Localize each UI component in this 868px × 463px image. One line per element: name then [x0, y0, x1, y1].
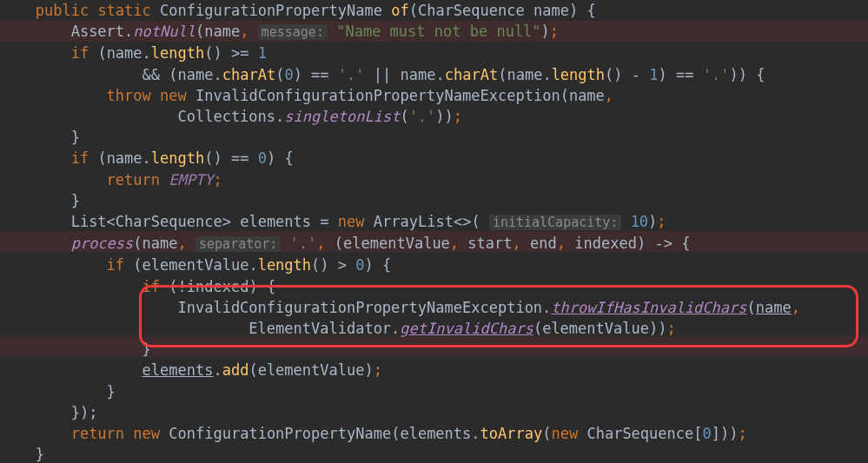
op-not: ! — [178, 278, 187, 295]
type: CharSequence — [586, 425, 693, 442]
var: name — [107, 149, 142, 167]
arg: elementValue — [258, 361, 365, 379]
var: indexed — [187, 278, 249, 295]
inlay-hint: initialCapacity: — [489, 215, 622, 230]
method-call: length — [151, 44, 204, 62]
method-call: length — [258, 256, 311, 274]
code-line[interactable]: public static ConfigurationPropertyName … — [9, 2, 596, 19]
var: elementValue — [142, 256, 249, 274]
inlay-hint: separator: — [195, 236, 281, 252]
keyword-new: new — [133, 425, 160, 442]
type-arg: CharSequence — [116, 213, 222, 230]
var: name — [507, 66, 542, 83]
lambda-param: elementValue — [343, 235, 450, 252]
op: == — [231, 149, 248, 167]
code-line[interactable]: }); — [9, 404, 97, 421]
op: = — [320, 213, 328, 230]
code-line[interactable]: if (elementValue.length() > 0) { — [9, 256, 391, 274]
lambda-param: end — [530, 235, 557, 252]
number: 1 — [649, 66, 658, 83]
captured-var: name — [756, 299, 792, 316]
keyword-public: public — [36, 2, 89, 19]
keyword-new: new — [551, 425, 578, 442]
string-literal: "Name must not be null" — [336, 23, 540, 40]
char-literal: '.' — [703, 66, 730, 83]
return-type: ConfigurationPropertyName — [160, 2, 382, 19]
class-ref: Assert — [71, 23, 124, 40]
var: elements — [240, 213, 311, 230]
number: 0 — [355, 256, 364, 274]
static-method: getInvalidChars — [400, 320, 533, 337]
param-name: name — [533, 2, 569, 19]
code-line[interactable]: throw new InvalidConfigurationPropertyNa… — [9, 87, 613, 104]
code-line[interactable]: InvalidConfigurationPropertyNameExceptio… — [9, 299, 800, 316]
inlay-hint: message: — [258, 24, 328, 40]
code-line[interactable]: && (name.charAt(0) == '.' || name.charAt… — [9, 66, 765, 83]
keyword-if: if — [142, 278, 160, 295]
arrow: -> — [654, 235, 672, 252]
method-call: charAt — [445, 66, 498, 83]
code-line[interactable]: if (name.length() >= 1 — [9, 44, 267, 62]
keyword-if: if — [107, 256, 124, 274]
static-method: notNull — [133, 23, 195, 40]
code-line[interactable]: } — [9, 341, 151, 358]
static-method: throwIfHasInvalidChars — [551, 299, 746, 316]
code-line[interactable]: } — [9, 192, 80, 209]
arg: elementValue — [542, 320, 649, 337]
brace: } — [142, 341, 151, 358]
keyword-new: new — [160, 87, 187, 104]
diamond: <> — [454, 213, 471, 230]
code-line[interactable]: Collections.singletonList('.')); — [9, 108, 462, 125]
class-ref: ConfigurationPropertyName — [169, 425, 391, 442]
code-line[interactable]: } — [9, 129, 80, 146]
method-call: process — [71, 235, 134, 252]
code-line[interactable]: return EMPTY; — [9, 171, 222, 189]
number: 0 — [258, 149, 267, 167]
op: == — [311, 66, 328, 83]
char-literal: '.' — [290, 235, 317, 252]
close: }); — [71, 404, 98, 421]
method-call: charAt — [222, 66, 275, 83]
brace: } — [36, 446, 44, 463]
arg: name — [204, 23, 240, 40]
keyword-return: return — [71, 425, 124, 442]
char-literal: '.' — [409, 108, 436, 125]
code-line[interactable]: } — [9, 383, 116, 400]
static-method: singletonList — [284, 108, 400, 125]
method-call: toArray — [480, 425, 543, 442]
param-type: CharSequence — [418, 2, 525, 19]
char-literal: '.' — [338, 66, 365, 83]
code-line[interactable]: } — [9, 446, 44, 463]
static-field: EMPTY — [169, 171, 213, 189]
code-line[interactable]: if (name.length() == 0) { — [9, 149, 294, 167]
number: 0 — [284, 66, 293, 83]
var: name — [107, 44, 142, 62]
op: >= — [231, 44, 248, 62]
ctor: ArrayList — [374, 213, 454, 230]
class-ref: ElementValidator — [248, 320, 391, 337]
method-call: length — [552, 66, 605, 83]
code-line[interactable]: ElementValidator.getInvalidChars(element… — [9, 320, 676, 337]
method-call: add — [222, 361, 249, 379]
number: 10 — [631, 213, 648, 230]
code-line[interactable]: process(name, separator: '.', (elementVa… — [9, 235, 690, 252]
op: == — [676, 66, 693, 83]
code-line[interactable]: List<CharSequence> elements = new ArrayL… — [9, 213, 666, 230]
class-ref: InvalidConfigurationPropertyNameExceptio… — [177, 299, 542, 316]
keyword-return: return — [107, 171, 160, 189]
keyword-new: new — [338, 213, 365, 230]
keyword-static: static — [97, 2, 150, 19]
captured-var: elements — [142, 361, 214, 379]
op: || — [374, 66, 391, 83]
var: name — [178, 66, 214, 83]
var: elements — [400, 425, 471, 442]
method-name: of — [391, 2, 408, 19]
code-line[interactable]: Assert.notNull(name, message: "Name must… — [9, 23, 559, 40]
code-line[interactable]: if (!indexed) { — [9, 278, 275, 295]
type: List — [71, 213, 107, 230]
code-line[interactable]: elements.add(elementValue); — [9, 361, 382, 379]
op: > — [338, 256, 347, 274]
brace: } — [71, 129, 80, 146]
class-ref: Collections — [177, 108, 275, 125]
code-line[interactable]: return new ConfigurationPropertyName(ele… — [9, 425, 747, 442]
